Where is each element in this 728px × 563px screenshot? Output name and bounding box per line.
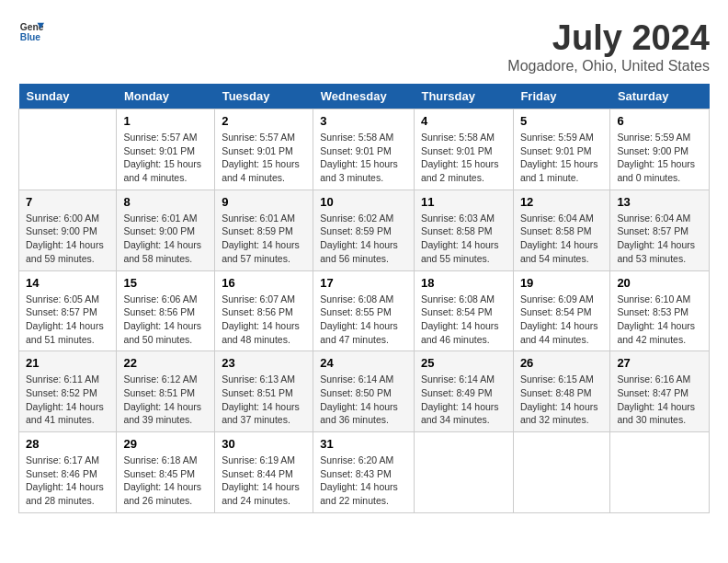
calendar-cell: 3 Sunrise: 5:58 AMSunset: 9:01 PMDayligh… bbox=[313, 109, 415, 190]
calendar-cell: 14 Sunrise: 6:05 AMSunset: 8:57 PMDaylig… bbox=[19, 270, 117, 351]
day-of-week-header: Thursday bbox=[414, 84, 513, 109]
day-number: 12 bbox=[520, 195, 604, 209]
day-number: 27 bbox=[617, 356, 702, 370]
day-of-week-header: Sunday bbox=[19, 84, 117, 109]
day-number: 20 bbox=[617, 276, 702, 290]
logo: General Blue bbox=[18, 18, 44, 44]
day-number: 3 bbox=[320, 114, 407, 128]
day-number: 30 bbox=[222, 437, 306, 451]
day-info: Sunrise: 6:02 AMSunset: 8:59 PMDaylight:… bbox=[320, 213, 398, 264]
day-info: Sunrise: 6:15 AMSunset: 8:48 PMDaylight:… bbox=[520, 373, 598, 425]
day-info: Sunrise: 6:11 AMSunset: 8:52 PMDaylight:… bbox=[26, 373, 104, 425]
day-info: Sunrise: 6:01 AMSunset: 8:59 PMDaylight:… bbox=[222, 213, 300, 264]
calendar-cell: 15 Sunrise: 6:06 AMSunset: 8:56 PMDaylig… bbox=[117, 270, 215, 351]
calendar-cell: 18 Sunrise: 6:08 AMSunset: 8:54 PMDaylig… bbox=[414, 270, 513, 351]
calendar-week-row: 28 Sunrise: 6:17 AMSunset: 8:46 PMDaylig… bbox=[19, 432, 710, 513]
day-info: Sunrise: 6:04 AMSunset: 8:57 PMDaylight:… bbox=[617, 213, 695, 264]
day-number: 17 bbox=[320, 276, 407, 290]
calendar-cell: 8 Sunrise: 6:01 AMSunset: 9:00 PMDayligh… bbox=[117, 190, 215, 270]
day-number: 25 bbox=[421, 356, 506, 370]
calendar-cell: 6 Sunrise: 5:59 AMSunset: 9:00 PMDayligh… bbox=[610, 109, 710, 190]
day-number: 8 bbox=[123, 195, 208, 209]
day-number: 6 bbox=[617, 114, 702, 128]
calendar-week-row: 14 Sunrise: 6:05 AMSunset: 8:57 PMDaylig… bbox=[19, 270, 710, 351]
calendar-cell: 23 Sunrise: 6:13 AMSunset: 8:51 PMDaylig… bbox=[215, 351, 313, 432]
calendar-cell: 4 Sunrise: 5:58 AMSunset: 9:01 PMDayligh… bbox=[414, 109, 513, 190]
day-number: 31 bbox=[320, 437, 407, 451]
calendar-table: SundayMondayTuesdayWednesdayThursdayFrid… bbox=[18, 84, 710, 513]
day-of-week-header: Wednesday bbox=[313, 84, 415, 109]
day-number: 10 bbox=[320, 195, 407, 209]
day-number: 19 bbox=[520, 276, 604, 290]
calendar-week-row: 21 Sunrise: 6:11 AMSunset: 8:52 PMDaylig… bbox=[19, 351, 710, 432]
day-number: 29 bbox=[123, 437, 208, 451]
day-number: 23 bbox=[222, 356, 306, 370]
day-number: 13 bbox=[617, 195, 702, 209]
day-of-week-header: Saturday bbox=[610, 84, 710, 109]
day-info: Sunrise: 6:09 AMSunset: 8:54 PMDaylight:… bbox=[520, 293, 598, 345]
day-info: Sunrise: 6:19 AMSunset: 8:44 PMDaylight:… bbox=[222, 454, 300, 506]
day-number: 24 bbox=[320, 356, 407, 370]
day-number: 11 bbox=[421, 195, 506, 209]
calendar-cell: 12 Sunrise: 6:04 AMSunset: 8:58 PMDaylig… bbox=[513, 190, 610, 270]
day-info: Sunrise: 6:00 AMSunset: 9:00 PMDaylight:… bbox=[26, 213, 104, 264]
page-title: July 2024 bbox=[507, 18, 710, 58]
day-number: 9 bbox=[222, 195, 306, 209]
day-number: 16 bbox=[222, 276, 306, 290]
day-info: Sunrise: 6:08 AMSunset: 8:55 PMDaylight:… bbox=[320, 293, 398, 345]
calendar-cell: 11 Sunrise: 6:03 AMSunset: 8:58 PMDaylig… bbox=[414, 190, 513, 270]
day-number: 7 bbox=[26, 195, 109, 209]
day-number: 5 bbox=[520, 114, 604, 128]
day-number: 15 bbox=[123, 276, 208, 290]
day-info: Sunrise: 6:12 AMSunset: 8:51 PMDaylight:… bbox=[123, 373, 201, 425]
calendar-cell: 24 Sunrise: 6:14 AMSunset: 8:50 PMDaylig… bbox=[313, 351, 415, 432]
day-info: Sunrise: 6:08 AMSunset: 8:54 PMDaylight:… bbox=[421, 293, 499, 345]
logo-icon: General Blue bbox=[18, 18, 44, 44]
calendar-cell: 1 Sunrise: 5:57 AMSunset: 9:01 PMDayligh… bbox=[117, 109, 215, 190]
calendar-cell: 2 Sunrise: 5:57 AMSunset: 9:01 PMDayligh… bbox=[215, 109, 313, 190]
calendar-cell bbox=[610, 432, 710, 513]
calendar-cell: 13 Sunrise: 6:04 AMSunset: 8:57 PMDaylig… bbox=[610, 190, 710, 270]
page-header: General Blue July 2024 Mogadore, Ohio, U… bbox=[18, 18, 710, 75]
calendar-cell: 21 Sunrise: 6:11 AMSunset: 8:52 PMDaylig… bbox=[19, 351, 117, 432]
day-info: Sunrise: 6:05 AMSunset: 8:57 PMDaylight:… bbox=[26, 293, 104, 345]
day-info: Sunrise: 5:57 AMSunset: 9:01 PMDaylight:… bbox=[222, 132, 300, 183]
day-info: Sunrise: 6:13 AMSunset: 8:51 PMDaylight:… bbox=[222, 373, 300, 425]
day-number: 1 bbox=[123, 114, 208, 128]
calendar-cell bbox=[513, 432, 610, 513]
day-info: Sunrise: 6:17 AMSunset: 8:46 PMDaylight:… bbox=[26, 454, 104, 506]
day-number: 21 bbox=[26, 356, 109, 370]
calendar-cell: 26 Sunrise: 6:15 AMSunset: 8:48 PMDaylig… bbox=[513, 351, 610, 432]
day-info: Sunrise: 6:07 AMSunset: 8:56 PMDaylight:… bbox=[222, 293, 300, 345]
calendar-cell: 25 Sunrise: 6:14 AMSunset: 8:49 PMDaylig… bbox=[414, 351, 513, 432]
calendar-cell: 28 Sunrise: 6:17 AMSunset: 8:46 PMDaylig… bbox=[19, 432, 117, 513]
day-info: Sunrise: 6:04 AMSunset: 8:58 PMDaylight:… bbox=[520, 213, 598, 264]
calendar-cell: 17 Sunrise: 6:08 AMSunset: 8:55 PMDaylig… bbox=[313, 270, 415, 351]
calendar-week-row: 1 Sunrise: 5:57 AMSunset: 9:01 PMDayligh… bbox=[19, 109, 710, 190]
day-number: 14 bbox=[26, 276, 109, 290]
day-info: Sunrise: 6:03 AMSunset: 8:58 PMDaylight:… bbox=[421, 213, 499, 264]
day-of-week-header: Monday bbox=[117, 84, 215, 109]
day-number: 4 bbox=[421, 114, 506, 128]
day-info: Sunrise: 5:58 AMSunset: 9:01 PMDaylight:… bbox=[421, 132, 499, 183]
day-info: Sunrise: 5:59 AMSunset: 9:01 PMDaylight:… bbox=[520, 132, 598, 183]
day-number: 2 bbox=[222, 114, 306, 128]
calendar-cell: 16 Sunrise: 6:07 AMSunset: 8:56 PMDaylig… bbox=[215, 270, 313, 351]
calendar-header-row: SundayMondayTuesdayWednesdayThursdayFrid… bbox=[19, 84, 710, 109]
day-of-week-header: Friday bbox=[513, 84, 610, 109]
day-info: Sunrise: 6:10 AMSunset: 8:53 PMDaylight:… bbox=[617, 293, 695, 345]
day-number: 18 bbox=[421, 276, 506, 290]
svg-text:Blue: Blue bbox=[20, 32, 41, 42]
day-number: 22 bbox=[123, 356, 208, 370]
day-info: Sunrise: 6:18 AMSunset: 8:45 PMDaylight:… bbox=[123, 454, 201, 506]
calendar-cell: 7 Sunrise: 6:00 AMSunset: 9:00 PMDayligh… bbox=[19, 190, 117, 270]
calendar-cell: 5 Sunrise: 5:59 AMSunset: 9:01 PMDayligh… bbox=[513, 109, 610, 190]
day-info: Sunrise: 6:14 AMSunset: 8:49 PMDaylight:… bbox=[421, 373, 499, 425]
day-info: Sunrise: 6:01 AMSunset: 9:00 PMDaylight:… bbox=[123, 213, 201, 264]
calendar-cell: 9 Sunrise: 6:01 AMSunset: 8:59 PMDayligh… bbox=[215, 190, 313, 270]
calendar-cell: 10 Sunrise: 6:02 AMSunset: 8:59 PMDaylig… bbox=[313, 190, 415, 270]
calendar-cell bbox=[414, 432, 513, 513]
day-number: 28 bbox=[26, 437, 109, 451]
day-info: Sunrise: 6:14 AMSunset: 8:50 PMDaylight:… bbox=[320, 373, 398, 425]
page-subtitle: Mogadore, Ohio, United States bbox=[507, 58, 710, 75]
